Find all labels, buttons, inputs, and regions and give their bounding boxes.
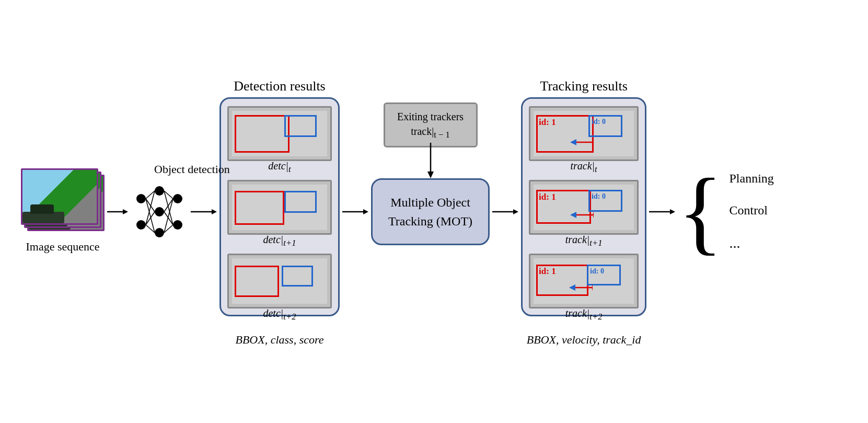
track-t-blue-bbox: id: 0 [588,115,622,137]
planning-section: { Planning Control ... [678,154,774,269]
detection-title: Detection results [234,78,325,94]
frame-t2-label: detc|t+2 [263,307,296,322]
bbox-red-t2 [235,266,279,297]
frame-t2-wrapper: detc|t+2 [227,254,332,308]
main-layout: Image sequence [21,10,847,413]
tracking-panel-wrapper: Tracking results id: 1 id: 0 [521,97,646,347]
detection-bottom-label: BBOX, class, score [219,333,340,347]
mot-section: Exiting trackers track|t − 1 Multiple Ob… [371,178,490,245]
track-t2-inner: id: 1 id: 0 [534,258,634,304]
mot-box: Multiple Object Tracking (MOT) [371,178,490,245]
track-t1-label: track|t+1 [565,234,603,248]
bracket-symbol: { [678,172,723,251]
mot-line2: Tracking (MOT) [388,214,472,228]
tracking-panel: id: 1 id: 0 [521,97,646,316]
svg-point-5 [155,207,164,216]
track-t1-card: id: 1 id: 0 [529,180,639,235]
exiting-arrow-svg [425,143,436,179]
track-t-vel-arrow [570,137,594,147]
arrow-to-tracking [492,207,518,217]
svg-marker-39 [670,209,675,214]
svg-marker-37 [592,285,593,290]
image-sequence-label: Image sequence [26,239,99,255]
svg-point-3 [136,220,146,230]
planning-items: Planning Control ... [730,154,774,269]
track-t-label: track|t [570,160,597,175]
arrow-to-mot-svg [342,207,368,217]
arrow-to-nn [107,207,128,217]
mot-line1: Multiple Object [390,196,470,209]
track-t-card: id: 1 id: 0 [529,106,639,161]
arrow-to-planning-svg [649,207,675,217]
track-t1-inner: id: 1 id: 0 [534,185,634,230]
svg-point-7 [173,194,182,203]
svg-marker-32 [570,212,576,218]
svg-line-19 [164,199,173,233]
svg-point-8 [173,220,182,230]
svg-point-2 [136,194,146,203]
track-t1-blue-bbox: id: 0 [588,190,622,212]
svg-line-11 [146,199,155,233]
track-t-id0: id: 0 [592,118,606,126]
svg-marker-1 [123,209,128,214]
svg-marker-34 [593,212,594,218]
frame-t-card [227,106,332,161]
diagram-container: Image sequence [0,0,868,423]
track-t2-vel-arrow [569,282,593,293]
frame-t2-card [227,254,332,308]
arrow-to-detection [191,207,217,217]
svg-marker-29 [570,139,576,145]
arrow-to-mot [342,207,368,217]
track-t1-id0: id: 0 [592,192,606,201]
detection-panel-wrapper: Detection results detc|t [219,97,340,347]
track-t2-id1: id: 1 [539,266,556,277]
img-content-front [22,170,97,223]
svg-marker-28 [513,209,518,214]
exiting-trackers-box: Exiting trackers track|t − 1 [384,102,478,147]
bbox-blue-t [284,115,317,137]
planning-item-control: Control [730,203,774,218]
svg-marker-22 [212,209,217,214]
exiting-arrow-wrapper [425,143,436,181]
svg-line-12 [146,191,155,225]
bbox-red-t1 [235,191,284,225]
svg-line-16 [164,191,173,225]
frame-t-label: detc|t [268,160,291,175]
frame-t1-wrapper: detc|t+1 [227,180,332,235]
frame-t1-label: detc|t+1 [263,234,296,248]
planning-item-planning: Planning [730,172,774,186]
planning-item-dots: ... [730,235,774,251]
arrow-to-tracking-svg [492,207,518,217]
arrow-to-detection-svg [191,207,217,217]
image-sequence-section: Image sequence [21,168,105,255]
track-t-wrapper: id: 1 id: 0 [529,106,639,161]
svg-marker-31 [593,140,594,145]
neural-net-svg [131,178,188,246]
img-frame-front [21,168,98,225]
frame-t1-inner [232,185,327,230]
arrow-to-nn-svg [107,207,128,217]
track-t2-label: track|t+2 [565,307,603,322]
frame-t-inner [232,111,327,156]
exiting-trackers-line2: track|t − 1 [411,125,450,137]
arrow-to-planning [649,207,675,217]
svg-marker-26 [427,172,434,178]
tracking-title: Tracking results [540,78,627,94]
track-t2-card: id: 1 id: 0 [529,254,639,308]
track-t1-id1: id: 1 [539,192,556,202]
track-t2-id0: id: 0 [590,267,604,276]
bbox-red-t [235,115,290,153]
frame-t2-inner [232,258,327,304]
stacked-images [21,168,105,231]
svg-point-6 [155,228,164,237]
track-t-inner: id: 1 id: 0 [534,111,634,156]
svg-marker-24 [363,209,368,214]
exiting-trackers-line1: Exiting trackers [397,111,464,122]
bbox-blue-t1 [284,191,317,213]
object-detection-label: Object detection [154,162,230,177]
frame-t1-card [227,180,332,235]
track-t2-wrapper: id: 1 id: 0 track|t+2 [529,254,639,308]
neural-network [131,178,188,246]
svg-point-4 [155,186,164,196]
track-t1-vel-arrow [570,210,594,220]
